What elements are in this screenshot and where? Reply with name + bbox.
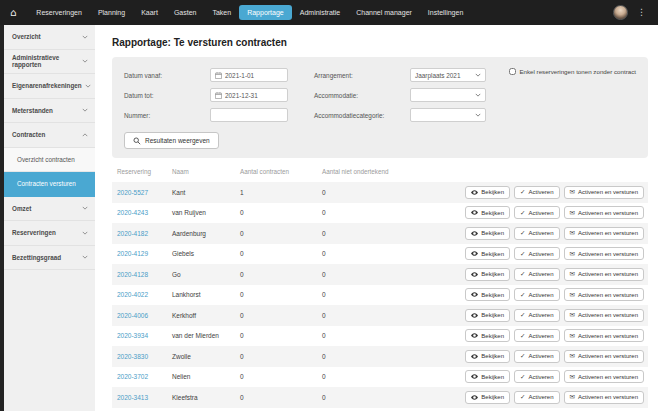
sidebar-subitem-contracten-versturen[interactable]: Contracten versturen [4, 172, 95, 197]
activate-button[interactable]: ✓ Activeren [514, 329, 559, 342]
activate-button[interactable]: ✓ Activeren [514, 247, 559, 260]
reservation-link[interactable]: 2020-4128 [117, 271, 172, 278]
check-icon: ✓ [520, 374, 525, 381]
home-icon[interactable]: ⌂ [10, 8, 16, 18]
arrangement-select[interactable]: Jaarplaats 2021 [410, 68, 486, 82]
envelope-icon: ✉ [570, 312, 575, 319]
sidebar-item-eigenarenafrekeningen[interactable]: Eigenarenafrekeningen [4, 74, 95, 99]
view-button[interactable]: Bekijken [465, 350, 510, 363]
sidebar-item-administratieve-rapporten[interactable]: Administratieve rapporten [4, 50, 95, 75]
eye-icon [471, 395, 478, 400]
activate-button[interactable]: ✓ Activeren [514, 186, 559, 199]
view-button[interactable]: Bekijken [465, 391, 510, 404]
activate-button[interactable]: ✓ Activeren [514, 370, 559, 383]
nav-item-instellingen[interactable]: Instellingen [420, 5, 471, 20]
envelope-icon: ✉ [570, 210, 575, 217]
activate-button-label: Activeren [529, 333, 554, 339]
contracts-table-body: 2020-5527 Kant 1 0 Bekijken ✓ Activeren … [112, 182, 648, 408]
activate-button[interactable]: ✓ Activeren [514, 350, 559, 363]
view-button[interactable]: Bekijken [465, 247, 510, 260]
activate-and-send-button[interactable]: ✉ Activeren en versturen [564, 350, 644, 363]
number-input[interactable] [210, 108, 288, 122]
activate-and-send-button-label: Activeren en versturen [578, 271, 638, 277]
table-row: 2020-3702 Nelien 0 0 Bekijken ✓ Activere… [112, 367, 648, 388]
reservation-link[interactable]: 2020-3702 [117, 373, 172, 380]
eye-icon [471, 251, 478, 256]
activate-button[interactable]: ✓ Activeren [514, 268, 559, 281]
sidebar-subitem-overzicht-contracten[interactable]: Overzicht contracten [4, 148, 95, 173]
view-button-label: Bekijken [481, 271, 504, 277]
activate-and-send-button-label: Activeren en versturen [578, 353, 638, 359]
reservation-link[interactable]: 2020-4243 [117, 209, 172, 216]
activate-button[interactable]: ✓ Activeren [514, 391, 559, 404]
accommodation-category-select[interactable] [410, 108, 486, 122]
activate-and-send-button[interactable]: ✉ Activeren en versturen [564, 268, 644, 281]
nav-item-taken[interactable]: Taken [204, 5, 239, 20]
name-cell: Go [172, 271, 240, 278]
avatar[interactable] [613, 5, 628, 20]
chevron-down-icon [82, 231, 88, 235]
activate-and-send-button[interactable]: ✉ Activeren en versturen [564, 309, 644, 322]
nav-item-reserveringen[interactable]: Reserveringen [28, 5, 90, 20]
nav-item-channel-manager[interactable]: Channel manager [348, 5, 420, 20]
view-button[interactable]: Bekijken [465, 309, 510, 322]
accommodation-select[interactable] [410, 88, 486, 102]
check-icon: ✓ [520, 353, 525, 360]
activate-button[interactable]: ✓ Activeren [514, 288, 559, 301]
sidebar-item-bezettingsgraad[interactable]: Bezettingsgraad [4, 246, 95, 271]
view-button[interactable]: Bekijken [465, 227, 510, 240]
nav-item-kaart[interactable]: Kaart [133, 5, 166, 20]
view-button[interactable]: Bekijken [465, 288, 510, 301]
activate-and-send-button[interactable]: ✉ Activeren en versturen [564, 227, 644, 240]
nav-item-administratie[interactable]: Administratie [292, 5, 348, 20]
view-button[interactable]: Bekijken [465, 186, 510, 199]
reservation-link[interactable]: 2020-5527 [117, 189, 172, 196]
reservation-link[interactable]: 2020-3413 [117, 394, 172, 401]
view-button-label: Bekijken [481, 353, 504, 359]
unsigned-count-cell: 0 [322, 271, 447, 278]
activate-and-send-button[interactable]: ✉ Activeren en versturen [564, 391, 644, 404]
reservation-link[interactable]: 2020-4182 [117, 230, 172, 237]
activate-and-send-button[interactable]: ✉ Activeren en versturen [564, 247, 644, 260]
activate-and-send-button[interactable]: ✉ Activeren en versturen [564, 329, 644, 342]
show-results-button[interactable]: Resultaten weergeven [124, 132, 219, 149]
activate-button[interactable]: ✓ Activeren [514, 309, 559, 322]
sidebar-item-reserveringen[interactable]: Reserveringen [4, 221, 95, 246]
activate-button[interactable]: ✓ Activeren [514, 206, 559, 219]
nav-item-rapportage[interactable]: Rapportage [239, 5, 292, 20]
sidebar-item-contracten[interactable]: Contracten [4, 123, 95, 148]
activate-and-send-button[interactable]: ✉ Activeren en versturen [564, 370, 644, 383]
reservation-link[interactable]: 2020-3830 [117, 353, 172, 360]
nav-right: ⋮ [613, 5, 646, 20]
activate-button-label: Activeren [529, 210, 554, 216]
contract-count-cell: 1 [240, 189, 322, 196]
view-button[interactable]: Bekijken [465, 370, 510, 383]
date-from-input[interactable]: 2021-1-01 [210, 68, 288, 82]
sidebar-item-overzicht[interactable]: Overzicht [4, 25, 95, 50]
reservation-link[interactable]: 2020-4129 [117, 250, 172, 257]
reservation-link[interactable]: 2020-4022 [117, 291, 172, 298]
view-button[interactable]: Bekijken [465, 206, 510, 219]
main-content: Rapportage: Te versturen contracten Datu… [95, 25, 658, 411]
only-without-contract-option[interactable]: Enkel reserveringen tonen zonder contrac… [509, 68, 636, 75]
nav-item-planning[interactable]: Planning [90, 5, 133, 20]
unsigned-count-cell: 0 [322, 373, 447, 380]
date-to-input[interactable]: 2021-12-31 [210, 88, 288, 102]
kebab-menu-icon[interactable]: ⋮ [637, 8, 646, 17]
header-naam: Naam [172, 168, 240, 175]
view-button[interactable]: Bekijken [465, 268, 510, 281]
only-without-contract-checkbox[interactable] [509, 68, 516, 75]
activate-button[interactable]: ✓ Activeren [514, 227, 559, 240]
reservation-link[interactable]: 2020-3934 [117, 332, 172, 339]
activate-and-send-button[interactable]: ✉ Activeren en versturen [564, 186, 644, 199]
view-button[interactable]: Bekijken [465, 329, 510, 342]
activate-and-send-button[interactable]: ✉ Activeren en versturen [564, 206, 644, 219]
sidebar-item-meterstanden[interactable]: Meterstanden [4, 99, 95, 124]
row-actions: Bekijken ✓ Activeren ✉ Activeren en vers… [447, 288, 648, 301]
reservation-link[interactable]: 2020-4006 [117, 312, 172, 319]
row-actions: Bekijken ✓ Activeren ✉ Activeren en vers… [447, 391, 648, 404]
nav-item-gasten[interactable]: Gasten [166, 5, 205, 20]
sidebar-item-omzet[interactable]: Omzet [4, 197, 95, 222]
table-row: 2020-4129 Giebels 0 0 Bekijken ✓ Activer… [112, 244, 648, 265]
activate-and-send-button[interactable]: ✉ Activeren en versturen [564, 288, 644, 301]
